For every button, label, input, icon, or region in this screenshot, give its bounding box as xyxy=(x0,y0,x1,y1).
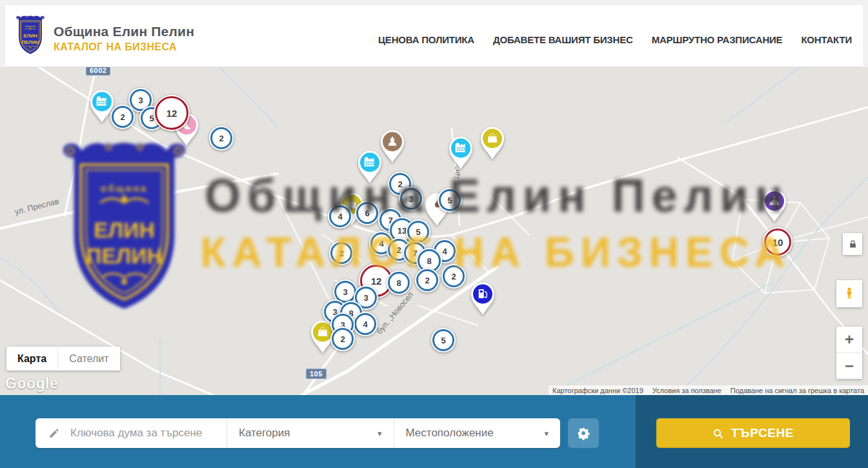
map-pin-factory[interactable] xyxy=(356,149,383,184)
cluster-count: 5 xyxy=(407,221,429,243)
cluster-count: 6 xyxy=(356,202,378,224)
category-select[interactable]: Категория ▾ xyxy=(227,418,394,448)
cluster-count: 5 xyxy=(439,189,461,211)
zoom-out-button[interactable]: − xyxy=(836,352,862,379)
google-logo[interactable]: Google xyxy=(5,375,58,392)
keyword-segment xyxy=(35,418,227,448)
map-type-satellite[interactable]: Сателит xyxy=(57,347,119,371)
factory-icon xyxy=(454,141,467,154)
cluster-marker[interactable]: 2 xyxy=(329,241,354,265)
search-input-group: Категория ▾ Местоположение ▾ xyxy=(35,418,560,448)
cluster-count: 2 xyxy=(112,106,134,128)
cluster-count: 2 xyxy=(330,242,352,264)
gear-icon xyxy=(576,426,590,440)
cluster-marker[interactable]: 12 xyxy=(154,95,190,131)
nav-add-your-business[interactable]: ДОБАВЕТЕ ВАШИЯТ БИЗНЕС xyxy=(493,34,633,45)
factory-icon xyxy=(363,156,376,168)
location-select-label: Местоположение xyxy=(406,427,494,440)
cluster-marker[interactable]: 6 xyxy=(355,201,379,225)
cluster-marker[interactable]: 5 xyxy=(406,219,430,244)
map-canvas[interactable]: ул. Преславбул. „Новоселци" 6002105 3251… xyxy=(0,67,868,395)
site-header: Община Елин Пелин КАТАЛОГ НА БИЗНЕСА ЦЕН… xyxy=(5,5,863,67)
map-pin-fuel-pump[interactable] xyxy=(469,281,496,316)
search-icon xyxy=(712,428,723,439)
cluster-marker[interactable]: 5 xyxy=(438,188,462,212)
worker-icon xyxy=(386,135,399,148)
shopping-bag-icon xyxy=(316,325,329,338)
site-title: Община Елин Пелин xyxy=(54,24,194,39)
pegman-button[interactable] xyxy=(836,280,862,307)
category-select-label: Категория xyxy=(239,427,290,440)
lock-icon xyxy=(848,239,858,249)
attribution-report-error-link[interactable]: Подаване на сигнал за грешка в картата xyxy=(731,387,864,394)
church-icon xyxy=(768,194,781,207)
map-type-map[interactable]: Карта xyxy=(6,347,57,371)
main-nav: ЦЕНОВА ПОЛИТИКА ДОБАВЕТЕ ВАШИЯТ БИЗНЕС М… xyxy=(378,34,852,45)
zoom-in-button[interactable]: + xyxy=(836,327,862,352)
search-bar: Категория ▾ Местоположение ▾ ТЪРСЕНЕ xyxy=(0,395,868,468)
chevron-down-icon: ▾ xyxy=(378,429,382,438)
map-type-control: Карта Сателит xyxy=(6,347,120,371)
nav-route-schedule[interactable]: МАРШРУТНО РАЗПИСАНИЕ xyxy=(652,34,783,45)
keyword-search-input[interactable] xyxy=(69,426,227,440)
cluster-count: 10 xyxy=(764,229,791,256)
cluster-marker[interactable]: 10 xyxy=(763,227,792,257)
search-button-panel: ТЪРСЕНЕ xyxy=(636,395,868,468)
search-button[interactable]: ТЪРСЕНЕ xyxy=(656,418,850,448)
search-button-label: ТЪРСЕНЕ xyxy=(731,426,794,440)
advanced-settings-button[interactable] xyxy=(568,418,599,448)
site-subtitle: КАТАЛОГ НА БИЗНЕСА xyxy=(54,41,194,53)
cluster-marker[interactable]: 2 xyxy=(330,327,355,351)
cluster-count: 5 xyxy=(432,329,454,351)
map-pin-shopping-bag[interactable] xyxy=(479,125,506,160)
pencil-icon xyxy=(48,427,60,439)
nav-pricing-policy[interactable]: ЦЕНОВА ПОЛИТИКА xyxy=(378,34,474,45)
cluster-count: 2 xyxy=(443,265,465,287)
location-select[interactable]: Местоположение ▾ xyxy=(394,418,561,448)
cluster-marker[interactable]: 2 xyxy=(209,126,234,150)
cluster-count: 2 xyxy=(332,328,354,350)
factory-icon xyxy=(96,95,108,108)
road-number-badge: 6002 xyxy=(86,67,110,76)
chevron-down-icon: ▾ xyxy=(544,429,549,438)
cluster-marker[interactable]: 5 xyxy=(431,328,456,352)
pegman-icon xyxy=(842,285,856,302)
municipality-coat-of-arms-logo xyxy=(14,15,46,57)
cluster-count: 2 xyxy=(416,269,438,291)
map-pin-church[interactable] xyxy=(761,188,788,223)
cluster-marker[interactable]: 2 xyxy=(441,264,466,289)
map-pin-factory[interactable] xyxy=(447,135,474,170)
brand[interactable]: Община Елин Пелин КАТАЛОГ НА БИЗНЕСА xyxy=(14,15,194,57)
cluster-marker[interactable]: 2 xyxy=(110,105,135,129)
cluster-marker[interactable]: 8 xyxy=(387,270,411,295)
cluster-count: 2 xyxy=(210,127,232,149)
cluster-marker[interactable]: 4 xyxy=(353,312,378,336)
cluster-count: 12 xyxy=(155,96,188,130)
lock-button[interactable] xyxy=(843,233,862,255)
fuel-pump-icon xyxy=(476,287,489,300)
cluster-marker[interactable]: 3 xyxy=(399,187,423,211)
cluster-count: 4 xyxy=(329,205,351,227)
cluster-count: 3 xyxy=(400,188,422,210)
attribution-terms-link[interactable]: Условия за ползване xyxy=(652,387,722,394)
cluster-count: 4 xyxy=(354,313,376,335)
nav-contacts[interactable]: КОНТАКТИ xyxy=(801,34,852,45)
shopping-bag-icon xyxy=(486,132,499,145)
cluster-marker[interactable]: 2 xyxy=(415,268,439,292)
zoom-control: + − xyxy=(836,327,862,379)
cluster-marker[interactable]: 4 xyxy=(328,204,352,229)
attribution-copyright: Картографски данни ©2019 xyxy=(552,387,643,394)
map-attribution: Картографски данни ©2019 Условия за полз… xyxy=(549,385,868,395)
road-number-badge: 105 xyxy=(306,369,327,379)
cluster-count: 8 xyxy=(388,272,410,294)
